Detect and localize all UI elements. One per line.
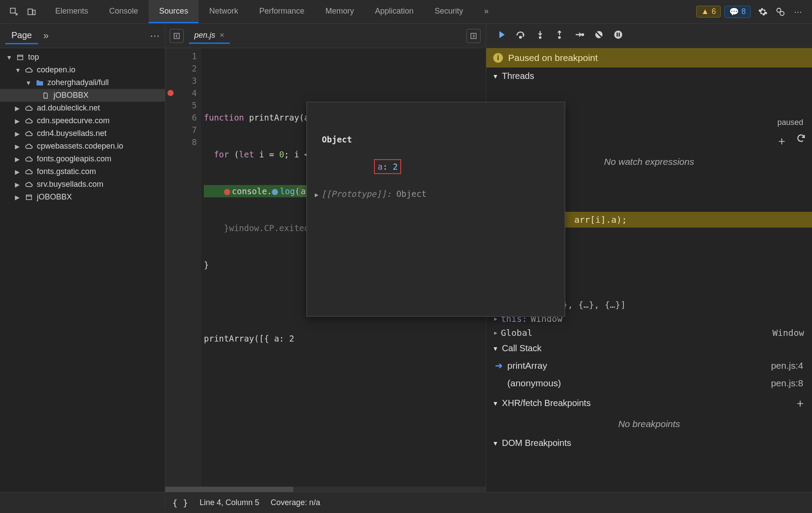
tab-performance[interactable]: Performance xyxy=(249,0,315,23)
step-icon[interactable] xyxy=(574,29,584,43)
caret-down-icon: ▼ xyxy=(492,345,499,352)
navigator-more-icon[interactable]: ⋯ xyxy=(150,30,160,42)
svg-rect-13 xyxy=(616,32,618,36)
step-into-icon[interactable] xyxy=(535,30,545,42)
xhr-label: XHR/fetch Breakpoints xyxy=(502,398,591,408)
tab-application[interactable]: Application xyxy=(364,0,424,23)
tab-sources[interactable]: Sources xyxy=(149,0,199,23)
popover-property[interactable]: a: 2 xyxy=(374,159,401,174)
cloud-icon xyxy=(25,181,33,189)
tree-domain[interactable]: ▶ad.doubleclick.net xyxy=(0,102,165,114)
svg-rect-1 xyxy=(28,9,32,14)
toggle-debugger-icon[interactable] xyxy=(467,29,481,43)
messages-badge[interactable]: 💬 8 xyxy=(724,6,751,18)
cloud-icon xyxy=(25,117,33,125)
caret-right-icon: ▶ xyxy=(15,156,21,163)
tree-file-selected[interactable]: jOBOBBX xyxy=(0,89,165,102)
scope-global[interactable]: ▶GlobalWindow xyxy=(486,326,812,340)
tree-domain[interactable]: ▶cpwebassets.codepen.io xyxy=(0,140,165,153)
paused-message: Paused on breakpoint xyxy=(508,53,598,63)
more-icon[interactable]: ⋯ xyxy=(789,7,807,17)
scrollbar-thumb[interactable] xyxy=(165,487,293,492)
svg-point-9 xyxy=(559,36,560,38)
svg-rect-14 xyxy=(619,32,620,36)
inline-breakpoint-conditional[interactable] xyxy=(272,189,278,195)
navigator-overflow-icon[interactable]: » xyxy=(43,30,49,42)
caret-right-icon: ▶ xyxy=(15,130,21,137)
tree-codepen[interactable]: ▼ codepen.io xyxy=(0,64,165,76)
xhr-bp-header[interactable]: ▼XHR/fetch Breakpoints＋ xyxy=(486,392,812,414)
tree-folder[interactable]: ▼ zoherghadyali/full xyxy=(0,76,165,89)
thread-state: paused xyxy=(777,118,803,127)
cloud-icon xyxy=(25,130,33,138)
step-out-icon[interactable] xyxy=(555,30,564,42)
editor-scrollbar[interactable] xyxy=(165,487,486,492)
tree-top[interactable]: ▼ top xyxy=(0,51,165,64)
caret-right-icon: ▶ xyxy=(494,316,497,322)
settings-icon[interactable] xyxy=(754,7,772,17)
pretty-print-icon[interactable]: { } xyxy=(172,498,188,508)
dom-bp-label: DOM Breakpoints xyxy=(502,438,571,448)
threads-header[interactable]: ▼ Threads xyxy=(486,68,812,85)
tree-domain[interactable]: ▶cdn4.buysellads.net xyxy=(0,127,165,140)
editor-tabbar: pen.js × xyxy=(165,24,486,48)
pause-exceptions-icon[interactable] xyxy=(613,30,623,42)
tab-memory[interactable]: Memory xyxy=(315,0,364,23)
line-number-gutter: 12345678 xyxy=(176,48,201,492)
breakpoint-dot[interactable] xyxy=(167,90,174,96)
tree-domain[interactable]: ▶cdn.speedcurve.com xyxy=(0,114,165,127)
deactivate-breakpoints-icon[interactable] xyxy=(594,30,604,42)
breakpoint-gutter[interactable] xyxy=(165,48,176,492)
step-over-icon[interactable] xyxy=(515,29,526,43)
inline-breakpoint[interactable] xyxy=(224,189,230,195)
close-tab-icon[interactable]: × xyxy=(220,31,224,40)
messages-count: 8 xyxy=(741,7,746,16)
editor-tab-penjs[interactable]: pen.js × xyxy=(189,28,230,44)
tree-top-label: top xyxy=(28,53,39,62)
add-watch-icon[interactable]: ＋ xyxy=(776,133,787,149)
tree-domain-label: fonts.gstatic.com xyxy=(37,167,96,176)
caret-right-icon: ▶ xyxy=(15,181,21,188)
code-text: for xyxy=(214,150,229,159)
stack-frame[interactable]: (anonymous)pen.js:8 xyxy=(486,374,812,392)
callstack-header[interactable]: ▼Call Stack xyxy=(486,340,812,357)
tab-console[interactable]: Console xyxy=(99,0,149,23)
tree-domain[interactable]: ▶fonts.googleapis.com xyxy=(0,153,165,165)
svg-point-4 xyxy=(780,11,784,15)
svg-point-7 xyxy=(520,36,521,38)
tree-domain-label: cdn4.buysellads.net xyxy=(37,129,107,138)
tree-domain[interactable]: ▶srv.buysellads.com xyxy=(0,178,165,191)
refresh-watch-icon[interactable] xyxy=(796,133,806,149)
code-text: ( xyxy=(295,186,300,196)
file-tab-label: pen.js xyxy=(194,31,215,40)
code-area[interactable]: function printArray(arr) {arr = (3) [{…}… xyxy=(201,48,486,492)
code-text: printArray([{ a: 2 xyxy=(204,332,486,345)
tab-network[interactable]: Network xyxy=(199,0,249,23)
tree-domain-label: cpwebassets.codepen.io xyxy=(37,142,123,151)
toggle-navigator-icon[interactable] xyxy=(170,29,184,43)
cloud-icon xyxy=(25,168,33,176)
file-navigator[interactable]: ▼ top ▼ codepen.io ▼ zoherghadyali/full … xyxy=(0,48,165,492)
navigator-tab-page[interactable]: Page xyxy=(5,28,38,44)
resume-icon[interactable] xyxy=(495,29,506,43)
tab-overflow[interactable]: » xyxy=(474,0,499,23)
dock-icon[interactable] xyxy=(772,7,789,17)
tree-domain-label: cdn.speedcurve.com xyxy=(37,116,110,125)
inspect-icon[interactable] xyxy=(5,3,23,21)
popover-prototype[interactable]: ▶[[Prototype]]: Object xyxy=(314,187,558,201)
code-editor[interactable]: 12345678 function printArray(arr) {arr =… xyxy=(165,48,486,492)
value-popover[interactable]: Object a: 2 ▶[[Prototype]]: Object xyxy=(306,102,565,317)
tree-domain[interactable]: ▶fonts.gstatic.com xyxy=(0,165,165,178)
tree-domain-label: ad.doubleclick.net xyxy=(37,103,100,113)
tab-security[interactable]: Security xyxy=(424,0,474,23)
tree-codepen-label: codepen.io xyxy=(37,65,75,75)
warnings-badge[interactable]: ▲ 6 xyxy=(696,6,721,18)
caret-down-icon: ▼ xyxy=(25,79,32,86)
stack-frame[interactable]: ➔printArraypen.js:4 xyxy=(486,357,812,374)
frame-icon xyxy=(25,194,33,201)
tree-frame[interactable]: ▶jOBOBBX xyxy=(0,191,165,203)
device-toggle-icon[interactable] xyxy=(23,3,40,21)
dom-bp-header[interactable]: ▼DOM Breakpoints xyxy=(486,435,812,452)
add-xhr-bp-icon[interactable]: ＋ xyxy=(794,395,806,411)
tab-elements[interactable]: Elements xyxy=(45,0,99,23)
